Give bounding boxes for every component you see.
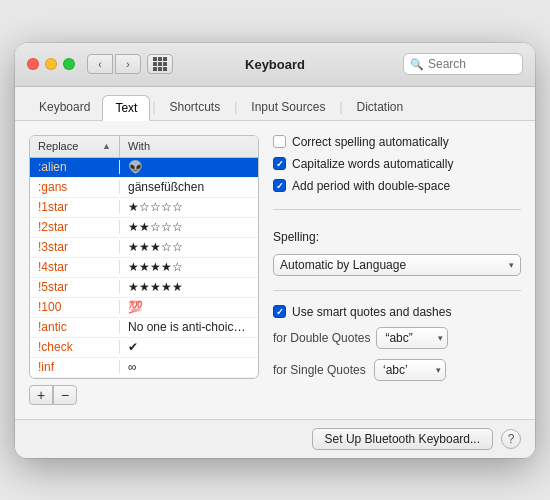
table-row[interactable]: !2star★★☆☆☆	[30, 218, 258, 238]
double-quotes-dropdown[interactable]: “abc” ▾	[376, 327, 448, 349]
minimize-button[interactable]	[45, 58, 57, 70]
maximize-button[interactable]	[63, 58, 75, 70]
dropdown-arrow-spelling: ▾	[509, 260, 514, 270]
cell-replace: !100	[30, 300, 120, 314]
single-quotes-value: ‘abc’	[383, 363, 408, 377]
keyboard-window: ‹ › Keyboard 🔍 Keyboard Text | Shortcuts…	[15, 43, 535, 458]
dropdown-arrow-double: ▾	[438, 333, 443, 343]
cell-with: ★★★★☆	[120, 260, 258, 274]
cell-with: ∞	[120, 360, 258, 374]
single-quotes-label: for Single Quotes	[273, 363, 368, 377]
table-row[interactable]: !3star★★★☆☆	[30, 238, 258, 258]
cell-replace: !inf	[30, 360, 120, 374]
correct-spelling-label: Correct spelling automatically	[292, 135, 449, 149]
back-button[interactable]: ‹	[87, 54, 113, 74]
cell-with: No one is anti-choice. T...	[120, 320, 258, 334]
cell-replace: !5star	[30, 280, 120, 294]
correct-spelling-checkbox[interactable]	[273, 135, 286, 148]
single-quotes-dropdown[interactable]: ‘abc’ ▾	[374, 359, 446, 381]
tab-dictation[interactable]: Dictation	[345, 95, 416, 119]
close-button[interactable]	[27, 58, 39, 70]
replace-table: Replace ▲ With :alien👽:gansgänsefüßchen!…	[29, 135, 259, 379]
cell-replace: !check	[30, 340, 120, 354]
cell-with: ★★☆☆☆	[120, 220, 258, 234]
table-row[interactable]: :gansgänsefüßchen	[30, 178, 258, 198]
tab-input-sources[interactable]: Input Sources	[239, 95, 337, 119]
cell-with: 👽	[120, 160, 258, 174]
tab-shortcuts[interactable]: Shortcuts	[158, 95, 233, 119]
tab-bar: Keyboard Text | Shortcuts | Input Source…	[15, 87, 535, 121]
add-period-label: Add period with double-space	[292, 179, 450, 193]
cell-with: 💯	[120, 300, 258, 314]
capitalize-checkbox[interactable]	[273, 157, 286, 170]
search-box[interactable]: 🔍	[403, 53, 523, 75]
table-row[interactable]: !100💯	[30, 298, 258, 318]
help-button[interactable]: ?	[501, 429, 521, 449]
search-icon: 🔍	[410, 58, 424, 71]
cell-with: ★★★★★	[120, 280, 258, 294]
tab-sep-2: |	[232, 100, 239, 114]
tab-keyboard[interactable]: Keyboard	[27, 95, 102, 119]
window-title: Keyboard	[245, 57, 305, 72]
cell-replace: !3star	[30, 240, 120, 254]
table-row[interactable]: !anticNo one is anti-choice. T...	[30, 318, 258, 338]
setup-bluetooth-button[interactable]: Set Up Bluetooth Keyboard...	[312, 428, 493, 450]
capitalize-label: Capitalize words automatically	[292, 157, 453, 171]
titlebar: ‹ › Keyboard 🔍	[15, 43, 535, 87]
smart-quotes-row: Use smart quotes and dashes	[273, 305, 521, 319]
capitalize-row: Capitalize words automatically	[273, 157, 521, 171]
sort-arrow: ▲	[102, 141, 111, 151]
cell-with: ✔	[120, 340, 258, 354]
spelling-section-label: Spelling:	[273, 230, 521, 244]
double-quotes-label: for Double Quotes	[273, 331, 370, 345]
cell-replace: :gans	[30, 180, 120, 194]
table-row[interactable]: !5star★★★★★	[30, 278, 258, 298]
col-header-replace: Replace ▲	[30, 136, 120, 157]
single-quotes-row: for Single Quotes ‘abc’ ▾	[273, 359, 521, 381]
tab-sep-1: |	[150, 100, 157, 114]
grid-button[interactable]	[147, 54, 173, 74]
double-quotes-row: for Double Quotes “abc” ▾	[273, 327, 521, 349]
cell-with: ★☆☆☆☆	[120, 200, 258, 214]
tab-text[interactable]: Text	[102, 95, 150, 121]
cell-replace: !2star	[30, 220, 120, 234]
tab-sep-3: |	[337, 100, 344, 114]
content-area: Replace ▲ With :alien👽:gansgänsefüßchen!…	[15, 121, 535, 419]
double-quotes-value: “abc”	[385, 331, 412, 345]
nav-buttons: ‹ ›	[87, 54, 141, 74]
smart-quotes-checkbox[interactable]	[273, 305, 286, 318]
bottom-bar: Set Up Bluetooth Keyboard... ?	[15, 419, 535, 458]
divider-1	[273, 209, 521, 210]
table-toolbar: + −	[29, 385, 259, 405]
left-panel: Replace ▲ With :alien👽:gansgänsefüßchen!…	[29, 135, 259, 405]
spelling-dropdown-row: Automatic by Language ▾	[273, 254, 521, 276]
cell-replace: !4star	[30, 260, 120, 274]
cell-replace: :alien	[30, 160, 120, 174]
spelling-value: Automatic by Language	[280, 258, 406, 272]
add-period-checkbox[interactable]	[273, 179, 286, 192]
table-body[interactable]: :alien👽:gansgänsefüßchen!1star★☆☆☆☆!2sta…	[30, 158, 258, 378]
correct-spelling-row: Correct spelling automatically	[273, 135, 521, 149]
spelling-dropdown[interactable]: Automatic by Language ▾	[273, 254, 521, 276]
cell-replace: !antic	[30, 320, 120, 334]
smart-quotes-label: Use smart quotes and dashes	[292, 305, 451, 319]
table-row[interactable]: :alien👽	[30, 158, 258, 178]
table-row[interactable]: !inf∞	[30, 358, 258, 378]
add-period-row: Add period with double-space	[273, 179, 521, 193]
col-header-with: With	[120, 136, 258, 157]
forward-button[interactable]: ›	[115, 54, 141, 74]
table-row[interactable]: !check✔	[30, 338, 258, 358]
divider-2	[273, 290, 521, 291]
grid-icon	[153, 57, 167, 71]
search-input[interactable]	[428, 57, 516, 71]
right-panel: Correct spelling automatically Capitaliz…	[273, 135, 521, 405]
traffic-lights	[27, 58, 75, 70]
remove-row-button[interactable]: −	[53, 385, 77, 405]
dropdown-arrow-single: ▾	[436, 365, 441, 375]
cell-replace: !1star	[30, 200, 120, 214]
cell-with: ★★★☆☆	[120, 240, 258, 254]
add-row-button[interactable]: +	[29, 385, 53, 405]
table-header: Replace ▲ With	[30, 136, 258, 158]
table-row[interactable]: !4star★★★★☆	[30, 258, 258, 278]
table-row[interactable]: !1star★☆☆☆☆	[30, 198, 258, 218]
